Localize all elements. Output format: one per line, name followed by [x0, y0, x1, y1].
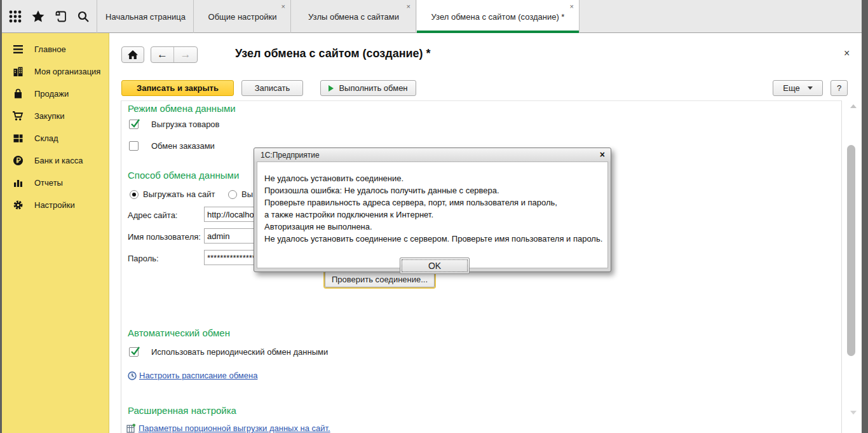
sidebar-item-label: Продажи — [34, 89, 69, 99]
portion-params-icon — [126, 423, 136, 433]
second-method-radio[interactable] — [228, 190, 237, 199]
more-button[interactable]: Еще — [773, 80, 823, 96]
section-exchange-mode: Режим обмена данными — [128, 103, 236, 114]
sidebar-item-label: Закупки — [34, 111, 64, 121]
sidebar-item-label: Склад — [34, 134, 58, 143]
periodic-checkbox[interactable] — [129, 347, 139, 357]
dialog-message-line: Произошла ошибка: Не удалось получить да… — [264, 184, 599, 196]
orders-checkbox-label: Обмен заказами — [151, 141, 215, 151]
window-frame-right — [862, 0, 868, 433]
username-label: Имя пользователя: — [128, 232, 201, 242]
tab-label: Общие настройки — [194, 0, 290, 33]
goods-checkbox[interactable] — [129, 120, 139, 129]
schedule-link[interactable]: Настроить расписание обмена — [139, 371, 257, 380]
save-button[interactable]: Записать — [241, 80, 303, 96]
dialog-body: Не удалось установить соединение. Произо… — [257, 162, 608, 268]
schedule-link-row: Настроить расписание обмена — [128, 371, 257, 380]
sidebar-item-warehouse[interactable]: Склад — [2, 127, 109, 149]
history-scroll-icon[interactable] — [51, 7, 70, 26]
sidebar-item-reports[interactable]: Отчеты — [2, 172, 109, 194]
reports-chart-icon — [12, 177, 24, 189]
second-radio-row: Вы — [228, 189, 253, 199]
sidebar-item-label: Главное — [34, 45, 66, 54]
dialog-title-bar[interactable]: 1С:Предприятие × — [254, 148, 611, 162]
password-label: Пароль: — [128, 254, 159, 263]
sidebar-item-sales[interactable]: Продажи — [2, 83, 109, 105]
sidebar-item-label: Банк и касса — [34, 156, 83, 165]
favorites-star-icon[interactable] — [29, 7, 48, 26]
portion-link[interactable]: Параметры порционной выгрузки данных на … — [139, 423, 330, 433]
main-menu-icon — [12, 44, 24, 55]
upload-radio-label: Выгружать на сайт — [143, 189, 215, 199]
periodic-checkbox-row: Использовать периодический обмен данными — [129, 347, 328, 357]
run-exchange-button[interactable]: Выполнить обмен — [320, 80, 416, 96]
sidebar-item-purchases[interactable]: Закупки — [2, 105, 109, 127]
save-and-close-button[interactable]: Записать и закрыть — [121, 80, 234, 96]
warehouse-icon — [12, 133, 24, 144]
dialog-message-line: Авторизация не выполнена. — [264, 221, 599, 233]
sidebar-item-label: Настройки — [34, 200, 75, 210]
tab-label: Узлы обмена с сайтами — [292, 0, 416, 33]
home-button[interactable] — [121, 46, 144, 63]
sidebar-item-main[interactable]: Главное — [2, 38, 109, 60]
second-radio-label: Вы — [241, 189, 253, 199]
goods-checkbox-label: Выгрузка товаров — [151, 120, 220, 129]
error-dialog: 1С:Предприятие × Не удалось установить с… — [254, 148, 611, 272]
tab-exchange-node-new[interactable]: Узел обмена с сайтом (создание) * × — [417, 0, 580, 33]
tab-label: Начальная страница — [98, 0, 193, 33]
organization-icon — [12, 66, 24, 78]
periodic-checkbox-label: Использовать периодический обмен данными — [151, 347, 328, 357]
sidebar: Главное Моя организация Продажи Закупки … — [2, 33, 109, 433]
dialog-message-line: Не удалось установить соединение с серве… — [264, 233, 599, 245]
section-auto-exchange: Автоматический обмен — [128, 327, 230, 338]
dialog-title: 1С:Предприятие — [261, 151, 320, 160]
search-icon[interactable] — [74, 7, 93, 26]
portion-link-row: Параметры порционной выгрузки данных на … — [126, 423, 330, 433]
sidebar-item-settings[interactable]: Настройки — [2, 194, 109, 216]
scrollbar-up-icon[interactable] — [850, 104, 857, 108]
tab-home[interactable]: Начальная страница — [98, 0, 194, 33]
bank-cash-icon — [12, 155, 24, 167]
dialog-close-icon[interactable]: × — [600, 150, 605, 159]
orders-checkbox[interactable] — [129, 141, 139, 151]
goods-checkbox-row: Выгрузка товаров — [129, 120, 220, 129]
window-frame-left — [0, 0, 2, 433]
dialog-ok-button[interactable]: OK — [400, 258, 470, 274]
tab-label: Узел обмена с сайтом (создание) * — [417, 0, 579, 33]
run-exchange-label: Выполнить обмен — [339, 83, 407, 93]
settings-gear-icon — [12, 200, 24, 211]
tab-general-settings[interactable]: Общие настройки × — [194, 0, 291, 33]
sidebar-item-label: Отчеты — [34, 178, 63, 188]
forward-button[interactable]: → — [174, 47, 197, 62]
back-button[interactable]: ← — [151, 47, 174, 62]
purchases-cart-icon — [12, 111, 24, 122]
scrollbar-thumb[interactable] — [847, 145, 855, 356]
section-exchange-method: Способ обмена данными — [128, 170, 239, 181]
tab-close-icon[interactable]: × — [407, 3, 410, 10]
quick-icons-panel — [2, 0, 97, 33]
app-screen: Начальная страница Общие настройки × Узл… — [0, 0, 868, 433]
scrollbar-down-icon[interactable] — [850, 411, 857, 415]
orders-checkbox-row: Обмен заказами — [129, 141, 215, 151]
play-icon — [329, 85, 334, 92]
help-button[interactable]: ? — [831, 80, 848, 96]
sidebar-item-bank-cash[interactable]: Банк и касса — [2, 149, 109, 172]
sidebar-item-label: Моя организация — [34, 67, 100, 76]
tab-bar: Начальная страница Общие настройки × Узл… — [0, 0, 868, 33]
upload-to-site-radio[interactable] — [130, 190, 139, 199]
tab-exchange-nodes[interactable]: Узлы обмена с сайтами × — [292, 0, 416, 33]
dialog-message-line: Не удалось установить соединение. — [264, 172, 599, 184]
home-icon — [127, 50, 139, 60]
site-address-label: Адрес сайта: — [128, 210, 177, 220]
sidebar-item-organization[interactable]: Моя организация — [2, 60, 109, 83]
tab-close-icon[interactable]: × — [281, 3, 285, 10]
section-advanced: Расширенная настройка — [128, 405, 236, 416]
form-close-icon[interactable]: × — [844, 48, 850, 58]
clock-icon — [128, 371, 137, 380]
dialog-message-line: а также настройки подключения к Интернет… — [264, 209, 599, 221]
tab-close-icon[interactable]: × — [570, 3, 574, 10]
history-nav-buttons: ← → — [151, 46, 198, 63]
page-title: Узел обмена с сайтом (создание) * — [235, 47, 431, 60]
upload-radio-row: Выгружать на сайт — [130, 189, 215, 199]
menu-grid-icon[interactable] — [6, 7, 25, 26]
